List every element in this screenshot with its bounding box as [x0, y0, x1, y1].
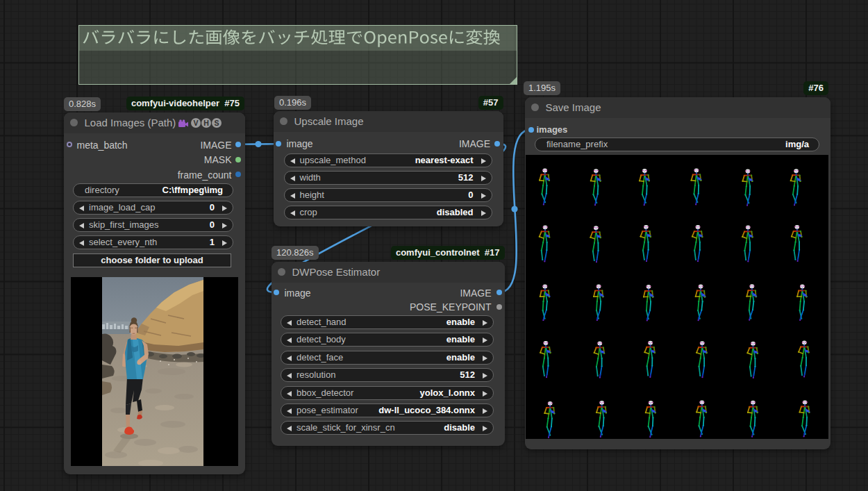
svg-text:H: H — [204, 119, 210, 127]
svg-text:S: S — [215, 119, 219, 127]
svg-text:V: V — [194, 119, 199, 127]
